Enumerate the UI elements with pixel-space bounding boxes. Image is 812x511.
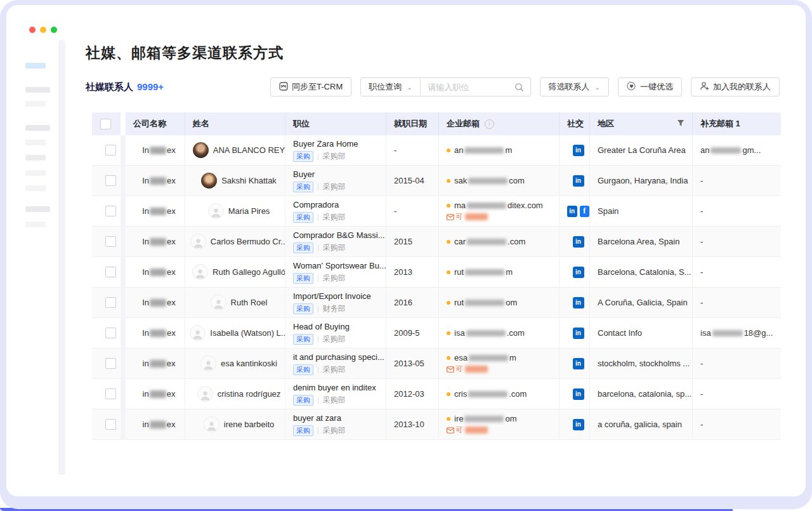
add-my-contacts-button[interactable]: 加入我的联系人 xyxy=(691,77,780,96)
avatar xyxy=(200,355,216,371)
company-cell: inex xyxy=(126,348,185,379)
redacted-text xyxy=(465,300,504,306)
filter-funnel-icon[interactable] xyxy=(677,119,684,129)
row-checkbox[interactable] xyxy=(105,419,116,430)
table-row[interactable]: inex esa kantinkoski it and purchasing s… xyxy=(92,348,781,379)
row-checkbox[interactable] xyxy=(105,388,116,399)
tag-separator: | xyxy=(317,244,319,251)
sync-tcrm-button[interactable]: 同步至T-CRM xyxy=(270,77,351,96)
position-cell: buyer at zara 采购 | 采购部 xyxy=(285,409,386,440)
social-cell: in xyxy=(560,318,590,348)
department-label: 采购部 xyxy=(323,334,346,345)
one-click-optimize-button[interactable]: 一键优选 xyxy=(618,77,682,96)
search-icon[interactable] xyxy=(513,83,530,92)
row-checkbox[interactable] xyxy=(105,236,116,247)
name-cell: cristina rodríguez xyxy=(185,379,285,409)
facebook-icon[interactable]: f xyxy=(580,206,590,217)
region-cell: stockholm, stockholms ... xyxy=(590,348,693,379)
region-cell: A Coruña, Galicia, Spain xyxy=(590,288,693,318)
region-cell: Spain xyxy=(590,196,693,227)
start-date-cell: - xyxy=(386,196,439,227)
table-row[interactable]: Inex Sakshi Khattak Buyer 采购 | 采购部 2015-… xyxy=(92,166,781,196)
chevron-down-icon: ⌄ xyxy=(407,84,412,91)
sidebar-item[interactable] xyxy=(25,206,50,212)
linkedin-icon[interactable]: in xyxy=(573,358,584,369)
avatar xyxy=(192,264,208,280)
fixed-column-gutter xyxy=(121,348,126,379)
info-icon[interactable]: i xyxy=(485,119,494,129)
sidebar-item[interactable] xyxy=(25,101,46,107)
redacted-text xyxy=(150,421,166,428)
avatar xyxy=(193,142,209,158)
table-row[interactable]: inex irene barbeito buyer at zara 采购 | 采… xyxy=(92,409,781,440)
position-title: Comprador B&G Massi... xyxy=(293,230,386,240)
sidebar-item[interactable] xyxy=(25,125,50,131)
contacts-label: 社媒联系人 xyxy=(86,81,133,92)
linkedin-icon[interactable]: in xyxy=(573,267,584,278)
sidebar-item[interactable] xyxy=(25,140,46,145)
role-tag: 采购 xyxy=(293,425,313,436)
linkedin-icon[interactable]: in xyxy=(573,328,584,339)
maximize-window-icon[interactable] xyxy=(51,27,57,33)
position-search-input[interactable] xyxy=(421,83,513,92)
row-checkbox[interactable] xyxy=(105,358,116,369)
sidebar-item[interactable] xyxy=(25,155,46,161)
row-checkbox[interactable] xyxy=(105,206,116,216)
region-cell: Greater La Coruña Area xyxy=(590,135,693,166)
linkedin-icon[interactable]: in xyxy=(573,419,584,430)
role-tag: 采购 xyxy=(293,182,313,192)
table-row[interactable]: Inex Carlos Bermudo Cr... Comprador B&G … xyxy=(92,227,781,257)
redacted-text xyxy=(468,391,508,397)
position-cell: Buyer 采购 | 采购部 xyxy=(285,166,386,196)
position-title: Compradora xyxy=(293,200,386,209)
linkedin-icon[interactable]: in xyxy=(573,388,584,400)
contacts-count: 9999+ xyxy=(137,81,164,92)
sidebar-item[interactable] xyxy=(25,87,50,93)
table-row[interactable]: Inex Ruth Gallego Agulló Woman' Sportswe… xyxy=(92,257,781,288)
table-row[interactable]: Inex Isabella (Watson) L... Head of Buyi… xyxy=(92,318,781,348)
email-status-dot xyxy=(447,417,450,421)
linkedin-icon[interactable]: in xyxy=(573,236,584,248)
sidebar-item-active[interactable] xyxy=(25,63,46,69)
contact-name: Ruth Roel xyxy=(231,298,268,307)
role-tag: 采购 xyxy=(293,273,313,284)
email-fragment: m xyxy=(506,267,513,277)
start-date-cell: - xyxy=(386,135,439,166)
row-checkbox[interactable] xyxy=(105,175,116,186)
linkedin-icon[interactable]: in xyxy=(573,145,584,156)
row-checkbox[interactable] xyxy=(105,145,116,156)
table-row[interactable]: Inex Ruth Roel Import/Export Invoice 采购 … xyxy=(92,288,781,318)
company-cell: Inex xyxy=(126,166,185,196)
reachable-badge: 可 xyxy=(447,364,559,374)
start-date-cell: 2012-03 xyxy=(386,379,439,409)
linkedin-icon[interactable]: in xyxy=(573,297,584,309)
sidebar-item[interactable] xyxy=(25,170,46,176)
company-name-fragment: In xyxy=(142,176,149,185)
sidebar-item[interactable] xyxy=(25,222,46,227)
fixed-column-gutter xyxy=(121,227,126,257)
table-row[interactable]: Inex Maria Pires Compradora 采购 | 采购部 - m… xyxy=(92,196,781,227)
row-checkbox[interactable] xyxy=(105,328,116,338)
close-window-icon[interactable] xyxy=(29,27,36,33)
minimize-window-icon[interactable] xyxy=(40,27,46,33)
linkedin-icon[interactable]: in xyxy=(573,175,584,187)
sidebar-item[interactable] xyxy=(25,185,46,191)
row-checkbox[interactable] xyxy=(105,297,116,308)
tag-separator: | xyxy=(317,152,319,160)
table-row[interactable]: Inex ANA BLANCO REY Buyer Zara Home 采购 |… xyxy=(92,135,781,166)
filter-contacts-button[interactable]: 筛选联系人 ⌄ xyxy=(540,77,609,96)
header-region: 地区 xyxy=(590,112,693,135)
select-all-checkbox[interactable] xyxy=(100,119,111,129)
email-fragment: an xyxy=(454,145,463,155)
extra-email-cell: - xyxy=(693,288,781,318)
sidebar-divider-strip xyxy=(58,40,65,475)
email-fragment: esa xyxy=(454,353,468,362)
email-status-dot xyxy=(447,149,450,152)
position-cell: Woman' Sportswear Bu... 采购 | 采购部 xyxy=(285,257,386,288)
row-checkbox[interactable] xyxy=(105,267,116,277)
linkedin-icon[interactable]: in xyxy=(567,206,577,217)
email-status-dot xyxy=(447,331,450,335)
table-row[interactable]: inex cristina rodríguez denim buyer en i… xyxy=(92,379,781,409)
position-query-dropdown[interactable]: 职位查询 ⌄ xyxy=(361,78,419,96)
avatar xyxy=(211,295,226,310)
